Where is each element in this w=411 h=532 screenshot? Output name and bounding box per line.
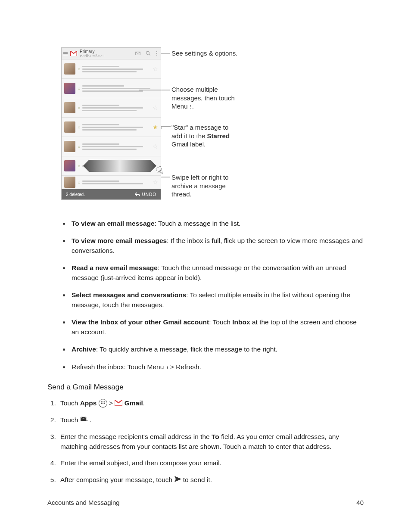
svg-point-6 bbox=[103, 401, 103, 402]
step-3: Enter the message recipient's email addr… bbox=[58, 432, 364, 451]
message-row: » bbox=[62, 79, 161, 98]
star-icon: ☆ bbox=[153, 65, 158, 72]
chevron-icon: » bbox=[78, 125, 80, 130]
chevron-icon: » bbox=[78, 67, 80, 72]
mail-icon bbox=[134, 50, 142, 56]
header-text: Primary you@gmail.com bbox=[80, 50, 104, 58]
instruction-list: To view an email message: Touch a messag… bbox=[62, 219, 364, 372]
message-list: »☆ » »☆ »★ »☆ » ☟ »☆ bbox=[62, 59, 161, 189]
bullet-view-more: To view more email messages: If the inbo… bbox=[62, 236, 364, 255]
snackbar-text: 2 deleted. bbox=[66, 192, 85, 197]
chevron-icon: » bbox=[78, 106, 80, 110]
svg-point-8 bbox=[101, 403, 102, 404]
gmail-icon bbox=[70, 51, 77, 56]
svg-point-1 bbox=[146, 51, 149, 54]
svg-point-9 bbox=[103, 403, 103, 404]
bullet-archive: Archive: To quickly archive a message, f… bbox=[62, 345, 364, 354]
chevron-icon: » bbox=[78, 164, 80, 168]
svg-text:+: + bbox=[86, 419, 88, 422]
phone-header: Primary you@gmail.com bbox=[62, 48, 161, 59]
gmail-icon bbox=[115, 399, 122, 408]
hamburger-icon bbox=[63, 52, 68, 55]
chevron-icon: » bbox=[78, 180, 80, 185]
svg-point-10 bbox=[104, 403, 105, 404]
footer-section: Accounts and Messaging bbox=[47, 499, 120, 506]
phone-mock: Primary you@gmail.com »☆ » »☆ »★ »☆ » ☟ … bbox=[61, 47, 161, 200]
page-footer: Accounts and Messaging 40 bbox=[47, 499, 364, 506]
annotation-settings: See settings & options. bbox=[171, 49, 237, 58]
chevron-icon: » bbox=[78, 144, 80, 149]
section-heading: Send a Gmail Message bbox=[47, 383, 364, 392]
message-placeholder bbox=[82, 66, 150, 72]
star-icon: ☆ bbox=[153, 179, 158, 186]
message-row: »☆ bbox=[62, 137, 161, 156]
star-icon-filled: ★ bbox=[153, 124, 158, 131]
apps-icon bbox=[99, 399, 107, 408]
annotations: See settings & options. Choose multiple … bbox=[169, 47, 364, 207]
compose-icon: + bbox=[80, 415, 88, 425]
star-icon: ☆ bbox=[153, 104, 158, 111]
account-email: you@gmail.com bbox=[80, 54, 104, 57]
annotation-choose-multiple: Choose multiple messages, then touch Men… bbox=[171, 85, 240, 111]
swipe-overlay bbox=[83, 160, 156, 172]
step-5: After composing your message, touch to s… bbox=[58, 475, 364, 485]
annotation-star: "Star" a message to add it to the Starre… bbox=[171, 123, 240, 149]
step-1: Touch Apps > Gmail. bbox=[58, 398, 364, 408]
inbox-figure: Primary you@gmail.com »☆ » »☆ »★ »☆ » ☟ … bbox=[61, 47, 364, 207]
bullet-read-new: Read a new email message: Touch the unre… bbox=[62, 263, 364, 283]
overflow-menu-icon bbox=[190, 105, 191, 109]
message-row: »☆ bbox=[62, 176, 161, 189]
step-list: Touch Apps > Gmail. Touch + . Enter the … bbox=[48, 398, 364, 485]
svg-point-5 bbox=[101, 401, 102, 402]
bullet-select: Select messages and conversations: To se… bbox=[62, 290, 364, 310]
message-row: »★ bbox=[62, 118, 161, 137]
step-4: Enter the email subject, and then compos… bbox=[58, 458, 364, 468]
snackbar: 2 deleted. UNDO bbox=[62, 189, 161, 199]
overflow-menu-icon bbox=[155, 51, 159, 56]
star-icon: ☆ bbox=[153, 143, 158, 150]
page: Primary you@gmail.com »☆ » »☆ »★ »☆ » ☟ … bbox=[0, 0, 411, 532]
search-icon bbox=[144, 50, 152, 56]
send-icon bbox=[174, 475, 181, 485]
bullet-other-account: View the Inbox of your other Gmail accou… bbox=[62, 317, 364, 337]
message-row-swiping: » ☟ bbox=[62, 156, 161, 176]
message-row: »☆ bbox=[62, 59, 161, 79]
chevron-icon: » bbox=[78, 86, 80, 91]
page-number: 40 bbox=[356, 499, 364, 506]
bullet-refresh: Refresh the inbox: Touch Menu > Refresh. bbox=[62, 362, 364, 372]
undo-button: UNDO bbox=[134, 192, 156, 197]
svg-point-7 bbox=[104, 401, 105, 402]
overflow-menu-icon bbox=[167, 366, 168, 369]
message-row: »☆ bbox=[62, 98, 161, 118]
bullet-view-message: To view an email message: Touch a messag… bbox=[62, 219, 364, 228]
annotation-swipe: Swipe left or right to archive a message… bbox=[171, 173, 240, 199]
step-2: Touch + . bbox=[58, 415, 364, 425]
